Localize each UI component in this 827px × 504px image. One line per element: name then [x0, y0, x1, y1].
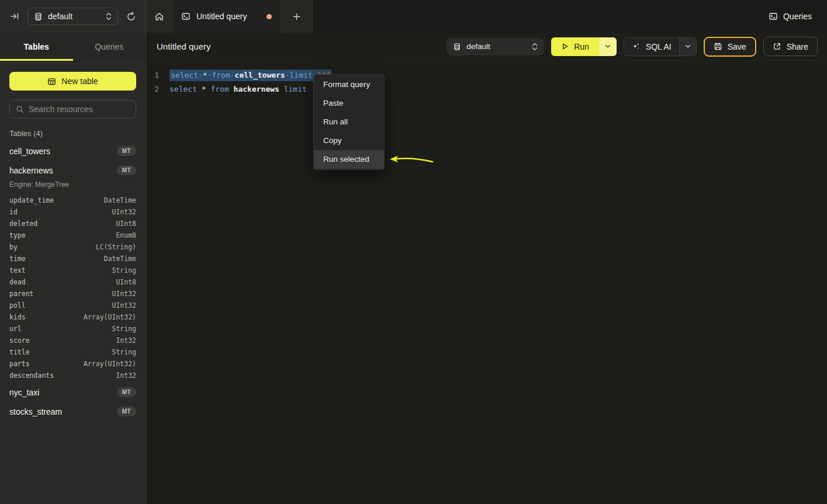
- query-header: Untitled query default: [146, 33, 827, 61]
- query-header-controls: default Run: [447, 37, 818, 57]
- sql-ai-label: SQL AI: [646, 42, 672, 51]
- table-column-row: pollUInt32: [9, 300, 136, 311]
- database-selector[interactable]: default: [27, 8, 118, 25]
- save-button[interactable]: Save: [704, 37, 756, 57]
- code-token: limit: [284, 85, 307, 93]
- column-type: UInt32: [112, 290, 136, 298]
- code-token: hackernews: [234, 85, 279, 93]
- collapse-sidebar-button[interactable]: [7, 9, 22, 24]
- code-token: from: [210, 85, 229, 93]
- sidebar-tab-queries[interactable]: Queries: [73, 33, 146, 60]
- whitespace-dot: ·: [230, 71, 235, 79]
- main-topbar: Untitled query Queries: [146, 0, 827, 33]
- sql-ai-button-main[interactable]: SQL AI: [624, 38, 679, 55]
- share-external-icon: [773, 42, 781, 51]
- table-columns: update_timeDateTimeidUInt32deletedUInt8t…: [9, 194, 136, 381]
- table-column-row: partsArray(UInt32): [9, 358, 136, 370]
- context-menu: Format queryPasteRun allCopyRun selected: [313, 74, 385, 170]
- context-menu-item[interactable]: Paste: [314, 94, 384, 113]
- code-line: 2select * from hackernews limit: [146, 82, 827, 96]
- sparkles-icon: [632, 42, 641, 51]
- home-icon: [154, 12, 164, 22]
- line-number: 1: [146, 68, 159, 82]
- column-type: DateTime: [104, 196, 136, 204]
- column-type: String: [112, 325, 136, 333]
- table-column-row: deadUInt8: [9, 276, 136, 288]
- sidebar-body: New table Tables (4) cell_towersMThacker…: [0, 61, 146, 421]
- engine-badge: MT: [117, 165, 136, 175]
- annotation-arrow: [388, 153, 435, 166]
- column-name: descendants: [9, 371, 54, 380]
- whitespace-dot: ·: [198, 71, 203, 79]
- sql-editor[interactable]: 1select·*·from·cell_towers·limit·1002sel…: [146, 61, 827, 504]
- column-name: title: [9, 348, 30, 356]
- context-menu-item[interactable]: Format query: [314, 75, 384, 94]
- query-tab[interactable]: Untitled query: [173, 0, 281, 33]
- column-type: UInt8: [116, 220, 136, 228]
- code-content: select * from hackernews limit: [169, 82, 312, 96]
- table-column-row: urlString: [9, 323, 136, 335]
- code-content: select·*·from·cell_towers·limit·100: [169, 68, 331, 82]
- column-name: poll: [9, 301, 26, 310]
- query-title: Untitled query: [157, 41, 211, 51]
- code-line: 1select·*·from·cell_towers·limit·100: [146, 68, 827, 82]
- new-table-label: New table: [61, 77, 98, 86]
- queries-button[interactable]: Queries: [763, 0, 827, 33]
- run-dropdown-toggle[interactable]: [599, 37, 617, 56]
- queries-button-label: Queries: [783, 12, 812, 21]
- refresh-icon: [126, 12, 136, 22]
- table-column-row: parentUInt32: [9, 288, 136, 300]
- table-item[interactable]: nyc_taxiMT: [9, 383, 136, 402]
- column-name: dead: [9, 278, 26, 286]
- new-tab-button[interactable]: [281, 0, 313, 33]
- sql-ai-dropdown-toggle[interactable]: [679, 38, 696, 55]
- column-name: time: [9, 255, 26, 263]
- search-icon: [16, 105, 24, 113]
- context-menu-item[interactable]: Run all: [314, 113, 384, 131]
- table-item[interactable]: hackernewsMT: [9, 161, 136, 180]
- column-name: parts: [9, 360, 30, 368]
- table-column-row: deletedUInt8: [9, 218, 136, 230]
- save-button-label: Save: [728, 42, 746, 51]
- table-column-row: typeEnum8: [9, 230, 136, 241]
- app-window: default Tables Queries: [0, 0, 827, 504]
- context-menu-item[interactable]: Copy: [314, 131, 384, 150]
- code-token: select: [171, 71, 198, 79]
- context-menu-item[interactable]: Run selected: [314, 150, 384, 169]
- sidebar-topbar: default: [0, 0, 146, 33]
- column-name: score: [9, 336, 30, 345]
- sidebar-tab-tables[interactable]: Tables: [0, 33, 73, 60]
- editor-lines: 1select·*·from·cell_towers·limit·1002sel…: [146, 68, 827, 96]
- run-button-main[interactable]: Run: [551, 37, 599, 56]
- column-name: text: [9, 266, 26, 274]
- column-type: String: [112, 266, 136, 274]
- code-token: from: [212, 71, 230, 79]
- sidebar: default Tables Queries: [0, 0, 146, 504]
- search-input[interactable]: [29, 105, 134, 114]
- column-name: update_time: [9, 196, 54, 204]
- table-grid-icon: [47, 77, 56, 86]
- table-name: nyc_taxi: [9, 388, 39, 397]
- run-button[interactable]: Run: [551, 37, 617, 56]
- new-table-button[interactable]: New table: [9, 72, 136, 91]
- table-column-row: idUInt32: [9, 206, 136, 218]
- table-item[interactable]: cell_towersMT: [9, 141, 136, 161]
- column-type: Array(UInt32): [84, 313, 136, 321]
- code-token: select: [169, 85, 197, 93]
- table-item[interactable]: stocks_streamMT: [9, 402, 136, 421]
- tables-section-title: Tables (4): [9, 129, 136, 138]
- text-selection: select·*·from·cell_towers·limit·100: [169, 69, 331, 81]
- column-name: deleted: [9, 220, 37, 228]
- header-database-value: default: [466, 42, 490, 51]
- code-token: *: [203, 71, 207, 79]
- refresh-button[interactable]: [123, 9, 139, 24]
- engine-badge: MT: [117, 387, 136, 397]
- home-button[interactable]: [146, 0, 173, 33]
- share-button[interactable]: Share: [763, 37, 818, 56]
- column-type: Array(UInt32): [84, 360, 136, 368]
- column-type: Int32: [116, 336, 136, 345]
- header-database-selector[interactable]: default: [447, 38, 544, 55]
- column-name: type: [9, 231, 26, 239]
- code-token: cell_towers: [235, 71, 285, 79]
- sql-ai-button[interactable]: SQL AI: [624, 37, 697, 56]
